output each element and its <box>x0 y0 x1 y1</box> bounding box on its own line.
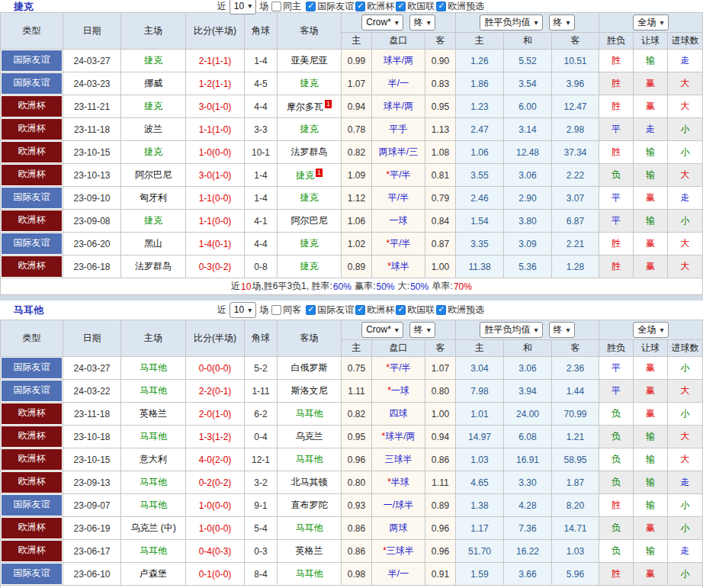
away-team: 北马其顿 <box>291 477 328 487</box>
corner-count: 0-8 <box>245 255 278 278</box>
league-tag: 欧洲杯 <box>2 210 62 231</box>
match-date: 23-11-21 <box>63 95 121 118</box>
league-checkboxes: 国际友谊欧洲杯欧国联欧洲预选 <box>306 0 486 13</box>
match-result: 负 <box>599 403 634 426</box>
league-filter-option[interactable]: 欧国联 <box>396 304 435 316</box>
goals-result: 小 <box>668 357 703 380</box>
match-date: 23-06-10 <box>63 563 121 586</box>
checkbox-icon[interactable] <box>271 305 281 315</box>
match-row: 欧洲杯 23-10-18 马耳他 1-3(1-2) 0-4 乌克兰 0.95 *… <box>1 426 703 448</box>
avg-draw-odds: 7.36 <box>504 517 552 540</box>
home-team: 捷克 <box>144 215 162 226</box>
same-venue-filter[interactable]: 同主 <box>271 0 301 13</box>
section-divider <box>0 295 703 300</box>
away-odds: 1.07 <box>425 357 456 380</box>
home-team: 马耳他 <box>140 545 167 556</box>
match-date: 24-03-23 <box>63 72 121 95</box>
avg-lose-odds: 10.51 <box>552 50 599 72</box>
avg-odds-select[interactable]: 胜平负均值▾ <box>480 322 542 338</box>
same-venue-filter[interactable]: 同客 <box>271 304 301 316</box>
away-team: 摩尔多瓦 <box>287 101 323 112</box>
checkbox-icon[interactable] <box>436 305 446 315</box>
team-section-malta: 马耳他 近 10▾ 场 同客 国际友谊欧洲杯欧国联欧洲预选 类型 日期 主场 <box>0 300 703 588</box>
bookmaker-select[interactable]: Crow*▾ <box>361 14 403 31</box>
scope-select[interactable]: 全场▾ <box>633 322 668 338</box>
corner-count: 5-2 <box>245 357 278 380</box>
match-stats-page: 捷克 近 10▾ 场 同主 国际友谊欧洲杯欧国联欧洲预选 类型 日期 主场 比 <box>0 0 703 588</box>
avg-odds-select[interactable]: 胜平负均值▾ <box>480 14 542 31</box>
match-date: 23-10-13 <box>63 164 121 187</box>
match-row: 欧洲杯 23-11-21 捷克 3-0(1-0) 4-4 摩尔多瓦1 0.94 … <box>1 95 703 118</box>
match-row: 欧洲杯 23-10-15 捷克 1-0(0-0) 10-1 法罗群岛 0.82 … <box>1 141 703 164</box>
home-team: 马耳他 <box>140 500 167 510</box>
avg-lose-odds: 3.96 <box>552 72 599 95</box>
checkbox-icon[interactable] <box>396 2 406 11</box>
away-odds: 0.87 <box>425 233 456 255</box>
avg-time-select[interactable]: 终▾ <box>549 14 575 31</box>
avg-win-odds: 3.04 <box>456 357 504 380</box>
score-halftime: 0-2(0-2) <box>186 471 245 494</box>
checkbox-icon[interactable] <box>436 2 446 11</box>
checkbox-icon[interactable] <box>271 2 281 11</box>
avg-draw-odds: 12.48 <box>504 141 552 164</box>
checkbox-icon[interactable] <box>355 305 365 315</box>
handicap-result: 走 <box>634 118 668 141</box>
bookmaker-select[interactable]: Crow*▾ <box>361 322 403 338</box>
goals-result: 大 <box>668 255 703 278</box>
league-filter-option[interactable]: 国际友谊 <box>306 0 354 13</box>
score-halftime: 0-0(0-0) <box>186 357 245 380</box>
avg-draw-odds: 24.00 <box>504 403 552 426</box>
away-odds: 0.86 <box>425 448 456 471</box>
odds-time-select[interactable]: 终▾ <box>409 14 435 31</box>
matches-table-czech: 类型 日期 主场 比分(半场) 角球 客场 Crow*▾ 终▾ 胜平负均值▾ 终… <box>0 12 703 295</box>
goals-result: 小 <box>668 563 703 586</box>
avg-draw-odds: 3.94 <box>504 380 552 403</box>
home-odds: 0.93 <box>342 494 372 517</box>
avg-draw-odds: 6.08 <box>504 426 552 448</box>
home-team: 马耳他 <box>140 431 167 442</box>
avg-lose-odds: 14.71 <box>552 517 599 540</box>
league-filter-option[interactable]: 欧洲杯 <box>355 304 394 316</box>
col-type: 类型 <box>1 320 63 357</box>
checkbox-icon[interactable] <box>306 305 316 315</box>
corner-count: 9-1 <box>245 494 278 517</box>
goals-result: 小 <box>668 118 703 141</box>
checkbox-icon[interactable] <box>355 2 365 11</box>
avg-lose-odds: 3.07 <box>552 187 599 210</box>
score-halftime: 0-4(0-3) <box>186 540 245 563</box>
match-date: 23-09-07 <box>63 494 121 517</box>
league-tag: 欧洲杯 <box>2 142 62 162</box>
league-filter-option[interactable]: 欧国联 <box>396 0 435 13</box>
corner-count: 5-4 <box>245 517 278 540</box>
league-filter-option[interactable]: 欧洲预选 <box>436 304 484 316</box>
away-team: 捷克 <box>296 170 314 181</box>
checkbox-icon[interactable] <box>396 305 406 315</box>
avg-lose-odds: 58.95 <box>552 448 599 471</box>
match-row: 国际友谊 24-03-27 捷克 2-1(1-1) 1-4 亚美尼亚 0.99 … <box>1 50 703 72</box>
away-odds: 0.95 <box>425 95 456 118</box>
col-odds-home: 主 <box>342 340 372 357</box>
league-filter-option[interactable]: 欧洲杯 <box>355 0 394 13</box>
away-team: 直布罗陀 <box>291 500 328 510</box>
match-count-select[interactable]: 10▾ <box>230 302 256 318</box>
avg-time-select[interactable]: 终▾ <box>549 322 575 338</box>
match-date: 23-10-15 <box>63 448 121 471</box>
scope-select[interactable]: 全场▾ <box>633 14 668 31</box>
match-count-select[interactable]: 10▾ <box>230 0 256 14</box>
goals-result: 大 <box>668 380 703 403</box>
chevron-down-icon: ▾ <box>427 19 431 27</box>
league-filter-option[interactable]: 国际友谊 <box>306 304 354 316</box>
goals-result: 走 <box>668 540 703 563</box>
league-filter-option[interactable]: 欧洲预选 <box>436 0 484 13</box>
home-odds: 1.11 <box>342 380 372 403</box>
checkbox-icon[interactable] <box>306 2 316 11</box>
avg-draw-odds: 5.52 <box>504 50 552 72</box>
away-odds: 1.00 <box>425 403 456 426</box>
score-halftime: 1-2(1-1) <box>186 72 245 95</box>
early-odds-star: * <box>386 238 390 249</box>
col-home: 主场 <box>121 13 186 50</box>
corner-count: 4-5 <box>245 72 278 95</box>
odds-time-select[interactable]: 终▾ <box>409 322 435 338</box>
handicap-result: 输 <box>634 471 668 494</box>
handicap-line: 两球 <box>372 517 425 540</box>
